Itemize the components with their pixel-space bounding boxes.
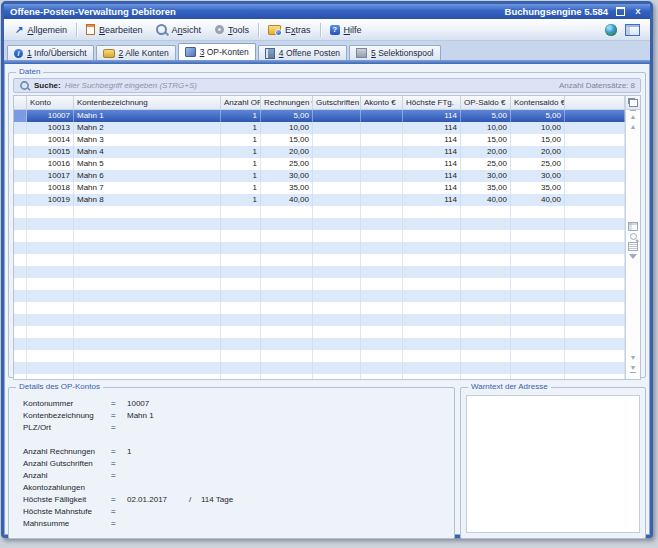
tab-offene-posten[interactable]: 4 Offene Posten (258, 45, 347, 60)
grid-header-cell[interactable]: Rechnungen € (261, 96, 313, 110)
grid-cell (361, 134, 403, 146)
grid-filter-button[interactable] (629, 252, 637, 262)
grid-cell (403, 218, 461, 230)
grid-header-row: KontoKontenbezeichnungAnzahl OPRechnunge… (14, 96, 625, 110)
grid-cell (74, 206, 221, 218)
scroll-up-button[interactable]: ▲ (630, 121, 637, 131)
arrow-up-right-icon: ↗ (15, 25, 23, 35)
grid-cell (14, 302, 27, 314)
grid-export-button[interactable] (628, 242, 638, 252)
grid-header-cell[interactable]: Konto (27, 96, 74, 110)
gear-icon (215, 25, 224, 34)
grid-cell (14, 266, 27, 278)
menu-item-tools[interactable]: Tools (208, 23, 256, 37)
grid-cell (261, 206, 313, 218)
column-chooser-button[interactable] (626, 96, 640, 110)
menu-item-bearbeiten[interactable]: Bearbeiten (79, 22, 150, 37)
grid-header-cell[interactable]: OP-Saldo € (461, 96, 511, 110)
grid-cell: 114 (403, 134, 461, 146)
grid-header-cell[interactable]: Kontenbezeichnung (74, 96, 221, 110)
menu-item-extras[interactable]: Extras (261, 23, 318, 37)
detail-value: 10007 (127, 398, 179, 410)
table-row[interactable]: 10015Mahn 4120,0011420,0020,00 (14, 146, 625, 158)
grid-cell (313, 230, 361, 242)
grid-header-cell[interactable]: Akonto € (361, 96, 403, 110)
grid-cell (261, 302, 313, 314)
scroll-to-top-button[interactable]: ▲ (630, 110, 637, 121)
close-button[interactable]: X (632, 7, 644, 17)
grid-cell: 5,00 (511, 110, 565, 122)
equals-icon: = (111, 446, 127, 458)
grid-header-cell[interactable]: Gutschriften € (313, 96, 361, 110)
grid-cell (565, 326, 625, 338)
grid-cell (361, 326, 403, 338)
grid-header-cell[interactable] (14, 96, 27, 110)
detail-value: Mahn 1 (127, 410, 179, 422)
search-bar[interactable]: Suche: Hier Suchbegriff eingeben (STRG+S… (13, 78, 641, 93)
grid-search-button[interactable] (630, 232, 637, 242)
table-row[interactable]: 10013Mahn 2110,0011410,0010,00 (14, 122, 625, 134)
menu-item-ansicht[interactable]: Ansicht (149, 22, 208, 37)
grid-cell: Mahn 7 (74, 182, 221, 194)
table-row[interactable]: 10007Mahn 115,001145,005,00 (14, 110, 625, 122)
search-input[interactable]: Hier Suchbegriff eingeben (STRG+S) (65, 81, 555, 90)
grid-cell (221, 242, 261, 254)
grid-cell (403, 362, 461, 374)
tab-alle-konten[interactable]: 2 Alle Konten (96, 45, 176, 60)
scroll-down-button[interactable]: ▼ (630, 352, 637, 362)
grid-cell (313, 254, 361, 266)
restore-button[interactable] (614, 7, 626, 17)
menu-separator (258, 23, 259, 37)
table-row[interactable]: 10014Mahn 3115,0011415,0015,00 (14, 134, 625, 146)
grid-cell (361, 158, 403, 170)
grid-cell (221, 338, 261, 350)
table-filler-row (14, 266, 625, 278)
grid-cell (14, 218, 27, 230)
tab-info-übersicht[interactable]: i1 Info/Übersicht (7, 45, 94, 60)
grid-cell (361, 302, 403, 314)
menu-item-label: Extras (285, 25, 311, 35)
grid-cell (27, 206, 74, 218)
grid-cell (261, 218, 313, 230)
grid-cell (403, 302, 461, 314)
grid-cell (221, 254, 261, 266)
table-filler-row (14, 338, 625, 350)
grid-cell (461, 350, 511, 362)
menu-item-label: Allgemein (27, 25, 67, 35)
grid-main: KontoKontenbezeichnungAnzahl OPRechnunge… (14, 96, 625, 379)
detail-label: Anzahl Gutschriften (23, 458, 111, 470)
table-row[interactable]: 10018Mahn 7135,0011435,0035,00 (14, 182, 625, 194)
grid-cell (361, 314, 403, 326)
tab-selektionspool[interactable]: 5 Selektionspool (349, 45, 440, 60)
grid-layout-button[interactable] (628, 222, 638, 232)
scroll-to-bottom-button[interactable]: ▼ (630, 362, 637, 373)
grid-cell (565, 206, 625, 218)
warntext-area[interactable] (466, 395, 640, 533)
table-icon[interactable] (625, 24, 640, 36)
grid-cell (221, 278, 261, 290)
menu-item-hilfe[interactable]: ?Hilfe (323, 23, 369, 37)
globe-icon[interactable] (605, 24, 617, 36)
table-row[interactable]: 10019Mahn 8140,0011440,0040,00 (14, 194, 625, 206)
tab-op-konten[interactable]: 3 OP-Konten (178, 43, 256, 60)
op-icon (185, 47, 196, 57)
detail-field-kontenbezeichnung: Kontenbezeichnung=Mahn 1 (23, 410, 446, 422)
grid-cell (461, 278, 511, 290)
grid-cell: Mahn 6 (74, 170, 221, 182)
grid-cell (361, 194, 403, 206)
grid-header-cell[interactable]: Anzahl OP (221, 96, 261, 110)
table-filler-row (14, 314, 625, 326)
menu-item-allgemein[interactable]: ↗Allgemein (8, 23, 74, 37)
grid-header-cell[interactable]: Höchste FTg. (403, 96, 461, 110)
grid-cell (313, 350, 361, 362)
table-row[interactable]: 10017Mahn 6130,0011430,0030,00 (14, 170, 625, 182)
table-row[interactable]: 10016Mahn 5125,0011425,0025,00 (14, 158, 625, 170)
detail-label: PLZ/Ort (23, 422, 111, 434)
grid-cell (461, 362, 511, 374)
detail-value: 02.01.2017 (127, 494, 179, 506)
grid-cell (403, 374, 461, 379)
grid-header-cell[interactable] (565, 96, 625, 110)
grid-cell (14, 338, 27, 350)
grid-header-cell[interactable]: Kontensaldo € (511, 96, 565, 110)
grid-cell (261, 242, 313, 254)
